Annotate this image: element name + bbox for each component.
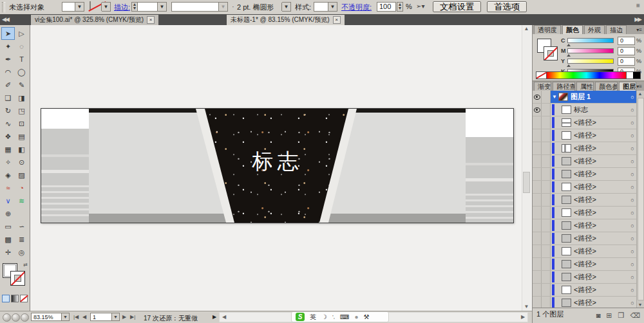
- channel-value-input[interactable]: 0: [618, 47, 635, 55]
- visibility-toggle[interactable]: [533, 129, 542, 142]
- blend-tool[interactable]: ⊙: [15, 156, 28, 169]
- page-dropdown-icon[interactable]: ▼: [111, 313, 120, 321]
- color-spectrum-bar[interactable]: [536, 71, 641, 79]
- pie-graph-tool[interactable]: ◔: [15, 181, 28, 194]
- layers-group-tab[interactable]: 路径查: [553, 82, 575, 91]
- layer-row[interactable]: <路径>○: [533, 181, 644, 194]
- lock-toggle[interactable]: [542, 181, 551, 193]
- lock-toggle[interactable]: [542, 284, 551, 296]
- layer-row[interactable]: <路径>○: [533, 168, 644, 181]
- layer-row[interactable]: <路径>○: [533, 194, 644, 207]
- swap-fill-stroke-icon[interactable]: ⇄: [23, 262, 28, 268]
- style-combo[interactable]: [314, 2, 329, 12]
- brush-definition-dropdown[interactable]: ▼: [282, 2, 291, 12]
- zoom-dropdown-icon[interactable]: ▼: [61, 313, 70, 321]
- black-swatch[interactable]: [633, 72, 640, 78]
- lock-toggle[interactable]: [542, 194, 551, 206]
- ellipse-tool[interactable]: ◯: [15, 66, 28, 78]
- none-color-swatch[interactable]: [536, 72, 547, 78]
- vertical-scroll-thumb[interactable]: [523, 172, 530, 193]
- ime-mode-label[interactable]: 英: [310, 313, 316, 322]
- stroke-weight-combo[interactable]: ▼: [137, 2, 167, 12]
- visibility-toggle[interactable]: [533, 181, 542, 193]
- scroll-right-icon[interactable]: ▶: [519, 313, 527, 321]
- canvas[interactable]: 标志 ▲ ▼: [30, 25, 532, 311]
- next-page-icon[interactable]: ▶: [122, 314, 126, 320]
- visibility-toggle[interactable]: [533, 219, 542, 232]
- draw-inside-button[interactable]: [21, 313, 29, 322]
- lock-toggle[interactable]: [542, 219, 551, 232]
- visibility-toggle[interactable]: [533, 104, 542, 116]
- selection-tool[interactable]: ➤: [1, 27, 15, 40]
- stroke-color-swatch[interactable]: [90, 1, 91, 10]
- stroke-link[interactable]: 描边:: [114, 3, 130, 12]
- draw-behind-button[interactable]: [12, 313, 20, 322]
- layer-row[interactable]: <路径>○: [533, 207, 644, 219]
- layers-group-tab[interactable]: 图层: [619, 82, 636, 91]
- layer-row[interactable]: <路径>○: [533, 297, 644, 308]
- scroll-up-icon[interactable]: ▲: [637, 91, 643, 96]
- pencil-tool[interactable]: ✎: [15, 78, 28, 91]
- scroll-down-icon[interactable]: ▼: [637, 302, 643, 307]
- white-swatch[interactable]: [626, 72, 633, 78]
- layer-row[interactable]: ▼图层 1○: [533, 91, 644, 104]
- status-popup-icon[interactable]: ▶: [213, 314, 216, 320]
- visibility-toggle[interactable]: [533, 245, 542, 257]
- lock-toggle[interactable]: [542, 91, 551, 103]
- slice-tool[interactable]: ▩: [1, 233, 15, 246]
- area-graph-tool[interactable]: ≋: [15, 194, 28, 207]
- color-panel-stroke-none-swatch[interactable]: [544, 46, 558, 60]
- layers-group-tab[interactable]: 颜色参: [595, 82, 618, 91]
- document-setup-button[interactable]: 文档设置: [433, 1, 481, 12]
- layer-row[interactable]: <路径>○: [533, 284, 644, 297]
- scale-tool[interactable]: ◳: [15, 104, 28, 117]
- lock-toggle[interactable]: [542, 129, 551, 142]
- layer-row[interactable]: <路径>○: [533, 142, 644, 155]
- fill-color-swatch[interactable]: [62, 2, 76, 12]
- zoom-level-combo[interactable]: 83.15%: [31, 313, 62, 321]
- arc-tool[interactable]: ◠: [1, 66, 15, 78]
- stroke-color-dropdown[interactable]: ▼: [102, 2, 111, 12]
- direct-selection-tool[interactable]: ▷: [15, 27, 28, 40]
- layer-row[interactable]: <路径>○: [533, 155, 644, 168]
- free-transform-tool[interactable]: ⊡: [15, 117, 28, 130]
- opacity-link[interactable]: 不透明度:: [341, 3, 372, 12]
- stroke-none-swatch[interactable]: [10, 271, 25, 286]
- layer-row[interactable]: <路径>○: [533, 245, 644, 258]
- color-mode-button[interactable]: [2, 295, 10, 302]
- panel-menu-icon[interactable]: ▾≡: [636, 26, 642, 34]
- document-tab-active[interactable]: 未标题-1* @ 83.15% (CMYK/预览)×: [227, 15, 345, 25]
- visibility-toggle[interactable]: [533, 91, 542, 103]
- visibility-toggle[interactable]: [533, 207, 542, 219]
- eraser-tool[interactable]: ◨: [15, 91, 28, 104]
- scroll-down-icon[interactable]: ▼: [522, 303, 531, 311]
- style-dropdown[interactable]: ▼: [328, 2, 337, 12]
- lock-toggle[interactable]: [542, 258, 551, 270]
- opacity-stepper[interactable]: ▲▼: [397, 2, 403, 12]
- channel-slider[interactable]: [567, 59, 614, 64]
- channel-value-input[interactable]: 0: [618, 57, 635, 66]
- new-layer-icon[interactable]: ❒: [618, 309, 625, 321]
- layer-row[interactable]: <路径>○: [533, 116, 644, 129]
- page-number-combo[interactable]: 1: [90, 313, 112, 321]
- visibility-toggle[interactable]: [533, 194, 542, 206]
- warp-tool[interactable]: ∿: [1, 117, 15, 130]
- blob-brush-tool[interactable]: ❑: [1, 91, 15, 104]
- sogou-logo-icon[interactable]: S: [296, 313, 305, 321]
- live-paint-tool[interactable]: ◈: [1, 169, 15, 181]
- panel-grip[interactable]: [2, 2, 5, 12]
- lock-toggle[interactable]: [542, 155, 551, 167]
- canvas-vertical-scrollbar[interactable]: ▲ ▼: [522, 25, 531, 311]
- draw-normal-button[interactable]: [3, 313, 11, 322]
- layer-row[interactable]: 标志○: [533, 104, 644, 116]
- lock-toggle[interactable]: [542, 297, 551, 308]
- layer-row[interactable]: <路径>○: [533, 219, 644, 232]
- lock-toggle[interactable]: [542, 271, 551, 283]
- lock-toggle[interactable]: [542, 168, 551, 180]
- visibility-toggle[interactable]: [533, 297, 542, 308]
- channel-slider[interactable]: [567, 38, 614, 43]
- user-icon[interactable]: ●: [354, 313, 358, 320]
- symbol-sprayer-tool[interactable]: ❖: [1, 130, 15, 143]
- layer-row[interactable]: <路径>○: [533, 271, 644, 284]
- magic-wand-tool[interactable]: ✦: [1, 40, 15, 53]
